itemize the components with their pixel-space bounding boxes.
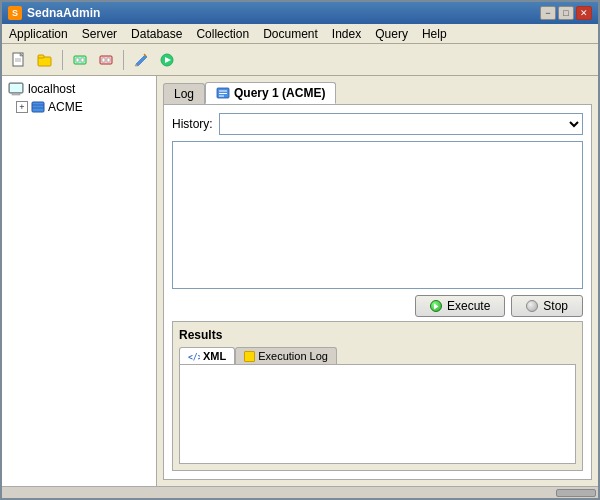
menu-index[interactable]: Index <box>325 26 368 41</box>
svg-rect-7 <box>76 58 79 62</box>
bottom-scrollbar[interactable] <box>2 486 598 498</box>
execute-label: Execute <box>447 299 490 313</box>
window-title: SednaAdmin <box>27 6 100 20</box>
menu-server[interactable]: Server <box>75 26 124 41</box>
svg-rect-19 <box>10 84 22 92</box>
tab-query[interactable]: Query 1 (ACME) <box>205 82 336 104</box>
xml-tab-label: XML <box>203 350 226 362</box>
maximize-button[interactable]: □ <box>558 6 574 20</box>
localhost-label: localhost <box>28 82 75 96</box>
database-icon <box>31 101 45 113</box>
log-tab-label: Execution Log <box>258 350 328 362</box>
query-tab-content: History: Execute <box>163 104 592 480</box>
svg-marker-27 <box>434 303 439 309</box>
xml-icon: </> <box>188 351 200 361</box>
svg-rect-20 <box>32 102 44 112</box>
stop-button[interactable]: Stop <box>511 295 583 317</box>
menu-bar: Application Server Database Collection D… <box>2 24 598 44</box>
svg-marker-12 <box>136 55 147 66</box>
toolbar-edit-button[interactable] <box>129 48 153 72</box>
main-window: S SednaAdmin − □ ✕ Application Server Da… <box>0 0 600 500</box>
menu-query[interactable]: Query <box>368 26 415 41</box>
right-panel: Log Query 1 (ACME) History: <box>157 76 598 486</box>
history-label: History: <box>172 117 213 131</box>
results-section: Results </> XML Execution Log <box>172 321 583 471</box>
toolbar-connect-button[interactable] <box>68 48 92 72</box>
pencil-icon <box>133 52 149 68</box>
new-doc-icon <box>11 52 27 68</box>
connect-icon <box>72 52 88 68</box>
scrollbar-thumb[interactable] <box>556 489 596 497</box>
sidebar-item-localhost[interactable]: localhost <box>4 80 154 98</box>
results-tab-bar: </> XML Execution Log <box>179 347 576 364</box>
title-bar-left: S SednaAdmin <box>8 6 100 20</box>
run-icon <box>159 52 175 68</box>
menu-application[interactable]: Application <box>2 26 75 41</box>
results-content <box>179 364 576 464</box>
title-bar: S SednaAdmin − □ ✕ <box>2 2 598 24</box>
sidebar-item-acme[interactable]: ACME <box>28 98 86 116</box>
menu-document[interactable]: Document <box>256 26 325 41</box>
sidebar: localhost + ACME <box>2 76 157 486</box>
main-content: localhost + ACME Log <box>2 76 598 486</box>
stop-label: Stop <box>543 299 568 313</box>
execute-icon <box>430 300 442 312</box>
toolbar <box>2 44 598 76</box>
toolbar-open-button[interactable] <box>33 48 57 72</box>
results-title: Results <box>179 328 576 342</box>
svg-rect-18 <box>12 93 20 95</box>
svg-rect-11 <box>107 58 110 62</box>
tree-expand-acme[interactable]: + <box>16 101 28 113</box>
svg-rect-5 <box>38 55 44 58</box>
query-tab-icon <box>216 87 230 99</box>
close-button[interactable]: ✕ <box>576 6 592 20</box>
acme-label: ACME <box>48 100 83 114</box>
window-controls: − □ ✕ <box>540 6 592 20</box>
results-tab-xml[interactable]: </> XML <box>179 347 235 364</box>
tab-log[interactable]: Log <box>163 83 205 104</box>
menu-collection[interactable]: Collection <box>189 26 256 41</box>
query-textarea[interactable] <box>172 141 583 289</box>
svg-text:</>: </> <box>188 353 200 361</box>
toolbar-disconnect-button[interactable] <box>94 48 118 72</box>
stop-icon <box>526 300 538 312</box>
toolbar-new-button[interactable] <box>7 48 31 72</box>
app-icon: S <box>8 6 22 20</box>
disconnect-icon <box>98 52 114 68</box>
history-row: History: <box>172 113 583 135</box>
monitor-icon <box>8 82 24 96</box>
execute-button-row: Execute Stop <box>172 295 583 317</box>
execute-button[interactable]: Execute <box>415 295 505 317</box>
toolbar-sep-1 <box>62 50 63 70</box>
toolbar-sep-2 <box>123 50 124 70</box>
menu-database[interactable]: Database <box>124 26 189 41</box>
svg-rect-10 <box>102 58 105 62</box>
results-tab-log[interactable]: Execution Log <box>235 347 337 364</box>
minimize-button[interactable]: − <box>540 6 556 20</box>
toolbar-run-button[interactable] <box>155 48 179 72</box>
history-select[interactable] <box>219 113 583 135</box>
log-icon <box>244 351 255 362</box>
menu-help[interactable]: Help <box>415 26 454 41</box>
tab-log-label: Log <box>174 87 194 101</box>
tab-query-label: Query 1 (ACME) <box>234 86 325 100</box>
svg-rect-8 <box>81 58 84 62</box>
sidebar-db-row: + ACME <box>4 98 154 116</box>
main-tab-bar: Log Query 1 (ACME) <box>163 82 592 104</box>
open-folder-icon <box>37 52 53 68</box>
